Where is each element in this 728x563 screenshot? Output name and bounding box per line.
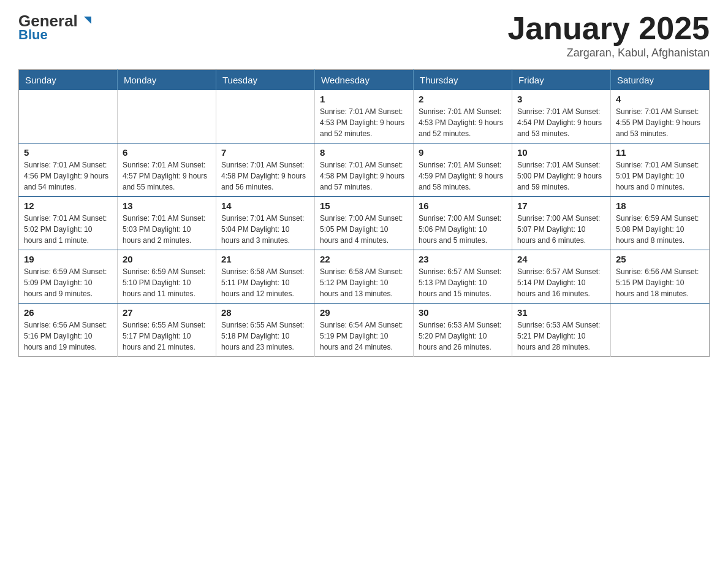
calendar-week-row: 26Sunrise: 6:56 AM Sunset: 5:16 PM Dayli…	[19, 304, 710, 357]
table-row: 14Sunrise: 7:01 AM Sunset: 5:04 PM Dayli…	[216, 197, 315, 250]
table-row: 6Sunrise: 7:01 AM Sunset: 4:57 PM Daylig…	[118, 144, 216, 197]
calendar-table: Sunday Monday Tuesday Wednesday Thursday…	[18, 69, 710, 357]
table-row: 1Sunrise: 7:01 AM Sunset: 4:53 PM Daylig…	[315, 90, 414, 144]
svg-marker-0	[84, 17, 91, 24]
day-number: 15	[320, 201, 408, 211]
table-row: 24Sunrise: 6:57 AM Sunset: 5:14 PM Dayli…	[512, 250, 611, 304]
day-info: Sunrise: 6:59 AM Sunset: 5:10 PM Dayligh…	[123, 266, 211, 299]
day-info: Sunrise: 6:58 AM Sunset: 5:12 PM Dayligh…	[320, 266, 408, 299]
day-number: 10	[517, 147, 605, 158]
table-row: 21Sunrise: 6:58 AM Sunset: 5:11 PM Dayli…	[216, 250, 315, 304]
day-number: 27	[123, 307, 211, 318]
table-row: 18Sunrise: 6:59 AM Sunset: 5:08 PM Dayli…	[611, 197, 710, 250]
day-info: Sunrise: 7:01 AM Sunset: 4:57 PM Dayligh…	[123, 159, 211, 193]
day-info: Sunrise: 6:59 AM Sunset: 5:08 PM Dayligh…	[616, 213, 704, 246]
table-row: 9Sunrise: 7:01 AM Sunset: 4:59 PM Daylig…	[414, 144, 512, 197]
day-number: 17	[517, 201, 605, 211]
col-saturday: Saturday	[611, 70, 710, 91]
logo-text: General Blue	[18, 12, 94, 42]
table-row: 13Sunrise: 7:01 AM Sunset: 5:03 PM Dayli…	[118, 197, 216, 250]
day-number: 16	[419, 201, 507, 211]
table-row: 20Sunrise: 6:59 AM Sunset: 5:10 PM Dayli…	[118, 250, 216, 304]
day-number: 24	[517, 254, 605, 264]
table-row	[19, 90, 118, 144]
day-info: Sunrise: 7:01 AM Sunset: 5:02 PM Dayligh…	[24, 213, 112, 246]
calendar-week-row: 1Sunrise: 7:01 AM Sunset: 4:53 PM Daylig…	[19, 90, 710, 144]
table-row: 25Sunrise: 6:56 AM Sunset: 5:15 PM Dayli…	[611, 250, 710, 304]
calendar-week-row: 12Sunrise: 7:01 AM Sunset: 5:02 PM Dayli…	[19, 197, 710, 250]
col-friday: Friday	[512, 70, 611, 91]
day-info: Sunrise: 6:55 AM Sunset: 5:18 PM Dayligh…	[221, 320, 309, 353]
day-info: Sunrise: 7:01 AM Sunset: 5:00 PM Dayligh…	[517, 159, 605, 193]
day-info: Sunrise: 6:58 AM Sunset: 5:11 PM Dayligh…	[221, 266, 309, 299]
table-row: 3Sunrise: 7:01 AM Sunset: 4:54 PM Daylig…	[512, 90, 611, 144]
day-info: Sunrise: 7:01 AM Sunset: 4:58 PM Dayligh…	[320, 159, 408, 193]
day-number: 4	[616, 94, 704, 104]
day-info: Sunrise: 6:59 AM Sunset: 5:09 PM Dayligh…	[24, 266, 112, 299]
day-number: 26	[24, 307, 112, 318]
day-number: 14	[221, 201, 309, 211]
location: Zargaran, Kabul, Afghanistan	[507, 47, 710, 59]
day-number: 5	[24, 147, 112, 158]
table-row: 17Sunrise: 7:00 AM Sunset: 5:07 PM Dayli…	[512, 197, 611, 250]
logo-triangle-icon	[80, 14, 94, 28]
day-info: Sunrise: 7:01 AM Sunset: 4:55 PM Dayligh…	[616, 106, 704, 139]
day-number: 31	[517, 307, 605, 318]
day-info: Sunrise: 7:01 AM Sunset: 4:56 PM Dayligh…	[24, 159, 112, 193]
col-wednesday: Wednesday	[315, 70, 414, 91]
day-info: Sunrise: 6:55 AM Sunset: 5:17 PM Dayligh…	[123, 320, 211, 353]
day-number: 1	[320, 94, 408, 104]
calendar-week-row: 5Sunrise: 7:01 AM Sunset: 4:56 PM Daylig…	[19, 144, 710, 197]
title-block: January 2025 Zargaran, Kabul, Afghanista…	[507, 12, 710, 59]
col-monday: Monday	[118, 70, 216, 91]
logo-blue: Blue	[18, 28, 94, 42]
day-info: Sunrise: 7:00 AM Sunset: 5:06 PM Dayligh…	[419, 213, 507, 246]
day-info: Sunrise: 6:53 AM Sunset: 5:21 PM Dayligh…	[517, 320, 605, 353]
table-row: 22Sunrise: 6:58 AM Sunset: 5:12 PM Dayli…	[315, 250, 414, 304]
col-thursday: Thursday	[414, 70, 512, 91]
day-info: Sunrise: 6:53 AM Sunset: 5:20 PM Dayligh…	[419, 320, 507, 353]
day-info: Sunrise: 7:01 AM Sunset: 4:54 PM Dayligh…	[517, 106, 605, 139]
table-row	[216, 90, 315, 144]
day-number: 18	[616, 201, 704, 211]
table-row: 8Sunrise: 7:01 AM Sunset: 4:58 PM Daylig…	[315, 144, 414, 197]
day-number: 13	[123, 201, 211, 211]
day-info: Sunrise: 7:01 AM Sunset: 5:01 PM Dayligh…	[616, 159, 704, 193]
day-info: Sunrise: 7:00 AM Sunset: 5:05 PM Dayligh…	[320, 213, 408, 246]
page-header: General Blue January 2025 Zargaran, Kabu…	[18, 12, 710, 59]
table-row: 28Sunrise: 6:55 AM Sunset: 5:18 PM Dayli…	[216, 304, 315, 357]
day-number: 12	[24, 201, 112, 211]
day-number: 11	[616, 147, 704, 158]
day-number: 8	[320, 147, 408, 158]
table-row: 15Sunrise: 7:00 AM Sunset: 5:05 PM Dayli…	[315, 197, 414, 250]
day-info: Sunrise: 6:56 AM Sunset: 5:16 PM Dayligh…	[24, 320, 112, 353]
table-row: 7Sunrise: 7:01 AM Sunset: 4:58 PM Daylig…	[216, 144, 315, 197]
day-info: Sunrise: 6:56 AM Sunset: 5:15 PM Dayligh…	[616, 266, 704, 299]
day-info: Sunrise: 7:01 AM Sunset: 4:58 PM Dayligh…	[221, 159, 309, 193]
day-number: 3	[517, 94, 605, 104]
table-row: 16Sunrise: 7:00 AM Sunset: 5:06 PM Dayli…	[414, 197, 512, 250]
day-info: Sunrise: 6:57 AM Sunset: 5:14 PM Dayligh…	[517, 266, 605, 299]
day-number: 23	[419, 254, 507, 264]
table-row	[611, 304, 710, 357]
logo: General Blue	[18, 12, 94, 42]
table-row: 5Sunrise: 7:01 AM Sunset: 4:56 PM Daylig…	[19, 144, 118, 197]
table-row: 10Sunrise: 7:01 AM Sunset: 5:00 PM Dayli…	[512, 144, 611, 197]
table-row: 2Sunrise: 7:01 AM Sunset: 4:53 PM Daylig…	[414, 90, 512, 144]
calendar-week-row: 19Sunrise: 6:59 AM Sunset: 5:09 PM Dayli…	[19, 250, 710, 304]
day-info: Sunrise: 7:01 AM Sunset: 5:03 PM Dayligh…	[123, 213, 211, 246]
day-number: 7	[221, 147, 309, 158]
day-number: 30	[419, 307, 507, 318]
table-row: 31Sunrise: 6:53 AM Sunset: 5:21 PM Dayli…	[512, 304, 611, 357]
day-number: 6	[123, 147, 211, 158]
day-info: Sunrise: 7:01 AM Sunset: 5:04 PM Dayligh…	[221, 213, 309, 246]
day-number: 21	[221, 254, 309, 264]
table-row	[118, 90, 216, 144]
table-row: 12Sunrise: 7:01 AM Sunset: 5:02 PM Dayli…	[19, 197, 118, 250]
table-row: 23Sunrise: 6:57 AM Sunset: 5:13 PM Dayli…	[414, 250, 512, 304]
day-number: 28	[221, 307, 309, 318]
table-row: 27Sunrise: 6:55 AM Sunset: 5:17 PM Dayli…	[118, 304, 216, 357]
table-row: 29Sunrise: 6:54 AM Sunset: 5:19 PM Dayli…	[315, 304, 414, 357]
month-title: January 2025	[507, 12, 710, 44]
day-info: Sunrise: 7:00 AM Sunset: 5:07 PM Dayligh…	[517, 213, 605, 246]
